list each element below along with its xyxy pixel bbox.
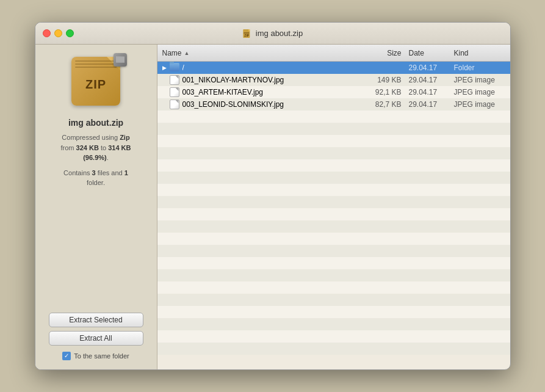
svg-text:ZIP: ZIP bbox=[244, 34, 249, 37]
jpeg-icon bbox=[170, 87, 181, 97]
titlebar: ZIP img about.zip bbox=[35, 23, 510, 45]
empty-row bbox=[157, 306, 510, 318]
empty-row bbox=[157, 269, 510, 281]
row-size: 149 KB bbox=[358, 76, 406, 84]
table-row[interactable]: 001_NIKOLAY-MARTYNOV.jpg 149 KB 29.04.17… bbox=[157, 74, 510, 86]
jpeg-icon bbox=[170, 75, 181, 85]
jpeg-icon bbox=[170, 100, 181, 109]
zip-icon: ZIP bbox=[71, 57, 120, 106]
empty-row bbox=[157, 196, 510, 208]
row-filename: 001_NIKOLAY-MARTYNOV.jpg bbox=[182, 76, 358, 84]
sidebar-filename: img about.zip bbox=[68, 118, 123, 128]
file-count: 3 bbox=[92, 169, 96, 176]
extract-all-button[interactable]: Extract All bbox=[49, 331, 143, 346]
empty-row bbox=[157, 233, 510, 245]
empty-row bbox=[157, 257, 510, 269]
row-date: 29.04.17 bbox=[406, 76, 449, 84]
row-date: 29.04.17 bbox=[406, 64, 449, 72]
file-list-area: Name ▲ Size Date Kind ▶ / 29.04.17 bbox=[157, 45, 510, 369]
empty-row bbox=[157, 135, 510, 147]
compressed-size: 314 KB bbox=[108, 144, 131, 151]
compression-ratio: (96.9%) bbox=[83, 154, 107, 161]
main-window: ZIP img about.zip ZIP img about.zip bbox=[35, 22, 511, 370]
empty-row bbox=[157, 159, 510, 172]
empty-row bbox=[157, 208, 510, 220]
empty-row bbox=[157, 245, 510, 257]
minimize-button[interactable] bbox=[54, 29, 62, 37]
row-filename: / bbox=[182, 64, 358, 72]
row-size: 92,1 KB bbox=[358, 88, 406, 96]
empty-row bbox=[157, 294, 510, 306]
empty-row bbox=[157, 111, 510, 123]
empty-row bbox=[157, 220, 510, 233]
sidebar-file-info: Compressed using Zip from 324 KB to 314 … bbox=[61, 132, 131, 163]
traffic-lights bbox=[43, 29, 74, 37]
same-folder-label: To the same folder bbox=[74, 352, 129, 360]
compression-type: Zip bbox=[120, 134, 130, 141]
maximize-button[interactable] bbox=[66, 29, 74, 37]
row-kind: JPEG image bbox=[449, 88, 510, 96]
svg-marker-1 bbox=[248, 29, 250, 31]
row-size: 82,7 KB bbox=[358, 100, 406, 109]
empty-row bbox=[157, 123, 510, 135]
row-filename: 003_ARTEM-KITAEV.jpg bbox=[182, 88, 358, 96]
table-row[interactable]: ▶ / 29.04.17 Folder bbox=[157, 62, 510, 74]
row-date: 29.04.17 bbox=[406, 100, 449, 109]
col-header-size[interactable]: Size bbox=[358, 49, 406, 57]
column-header: Name ▲ Size Date Kind bbox=[157, 45, 510, 62]
col-header-kind[interactable]: Kind bbox=[449, 49, 510, 57]
empty-row bbox=[157, 172, 510, 184]
table-row[interactable]: 003_ARTEM-KITAEV.jpg 92,1 KB 29.04.17 JP… bbox=[157, 86, 510, 98]
empty-row bbox=[157, 343, 510, 355]
disclosure-triangle[interactable]: ▶ bbox=[157, 65, 170, 71]
sort-arrow-icon: ▲ bbox=[184, 50, 190, 56]
main-content: ZIP img about.zip Compressed using Zip f… bbox=[35, 45, 510, 369]
zip-label: ZIP bbox=[85, 78, 106, 92]
empty-row bbox=[157, 318, 510, 330]
close-button[interactable] bbox=[43, 29, 51, 37]
row-kind: Folder bbox=[449, 64, 510, 72]
sidebar-contents-info: Contains 3 files and 1 folder. bbox=[63, 168, 128, 188]
title-zip-icon: ZIP bbox=[242, 29, 252, 38]
empty-row bbox=[157, 330, 510, 343]
row-date: 29.04.17 bbox=[406, 88, 449, 96]
row-filename: 003_LEONID-SLONIMSKIY.jpg bbox=[182, 100, 358, 109]
folder-count: 1 bbox=[125, 169, 128, 176]
table-row[interactable]: 003_LEONID-SLONIMSKIY.jpg 82,7 KB 29.04.… bbox=[157, 98, 510, 111]
col-header-name[interactable]: Name ▲ bbox=[157, 49, 358, 57]
folder-icon bbox=[170, 63, 181, 73]
col-header-date[interactable]: Date bbox=[406, 49, 449, 57]
zip-lines bbox=[75, 60, 117, 68]
row-kind: JPEG image bbox=[449, 76, 510, 84]
zip-icon-container: ZIP bbox=[68, 57, 123, 112]
row-kind: JPEG image bbox=[449, 100, 510, 109]
file-rows: ▶ / 29.04.17 Folder 001_NIKOLAY-MARTYNOV… bbox=[157, 62, 510, 369]
window-title: ZIP img about.zip bbox=[242, 29, 303, 38]
extract-selected-button[interactable]: Extract Selected bbox=[49, 313, 143, 327]
empty-row bbox=[157, 281, 510, 294]
same-folder-row: To the same folder bbox=[62, 352, 129, 360]
sidebar: ZIP img about.zip Compressed using Zip f… bbox=[35, 45, 157, 369]
zip-badge bbox=[114, 53, 127, 67]
original-size: 324 KB bbox=[76, 144, 99, 151]
empty-row bbox=[157, 147, 510, 159]
same-folder-checkbox[interactable] bbox=[62, 352, 71, 360]
empty-row bbox=[157, 184, 510, 196]
